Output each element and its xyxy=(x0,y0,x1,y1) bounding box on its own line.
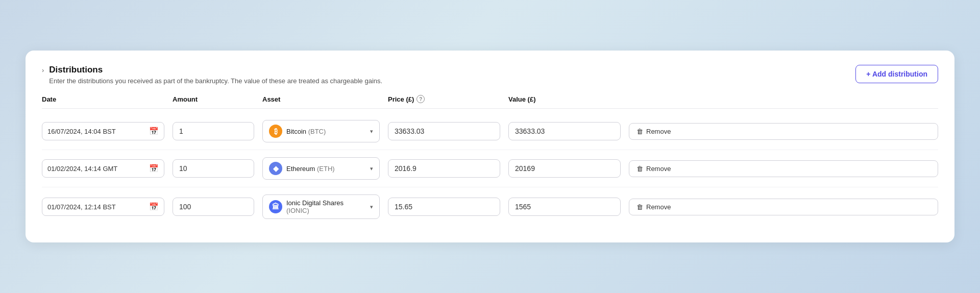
dropdown-chevron-1: ▾ xyxy=(370,165,373,172)
date-value-0: 16/07/2024, 14:04 BST xyxy=(47,128,146,135)
calendar-icon-1[interactable]: 📅 xyxy=(149,164,159,173)
add-distribution-button[interactable]: + Add distribution xyxy=(855,65,938,83)
asset-name-2: Ionic Digital Shares (IONIC) xyxy=(286,199,366,214)
amount-input-1[interactable] xyxy=(173,159,254,178)
header-row: › Distributions Enter the distributions … xyxy=(42,65,938,85)
asset-icon-0: ₿ xyxy=(269,125,282,138)
rows-container: 16/07/2024, 14:04 BST 📅 ₿ Bitcoin (BTC) … xyxy=(42,113,938,226)
asset-icon-2: 🏛 xyxy=(269,200,282,213)
value-input-1[interactable] xyxy=(508,159,621,178)
table-row: 01/02/2024, 14:14 GMT 📅 ◆ Ethereum (ETH)… xyxy=(42,150,938,187)
value-input-0[interactable] xyxy=(508,122,621,140)
col-amount: Amount xyxy=(173,95,254,103)
price-help-icon[interactable]: ? xyxy=(416,95,425,103)
trash-icon-0: 🗑 xyxy=(636,128,643,135)
table-row: 01/07/2024, 12:14 BST 📅 🏛 Ionic Digital … xyxy=(42,187,938,226)
calendar-icon-2[interactable]: 📅 xyxy=(149,202,159,211)
trash-icon-1: 🗑 xyxy=(636,165,643,173)
remove-label-1: Remove xyxy=(646,165,671,173)
col-price: Price (£) ? xyxy=(388,95,500,103)
col-value: Value (£) xyxy=(508,95,621,103)
date-field-2[interactable]: 01/07/2024, 12:14 BST 📅 xyxy=(42,198,164,216)
date-value-1: 01/02/2024, 14:14 GMT xyxy=(47,165,146,173)
section-description: Enter the distributions you received as … xyxy=(49,77,382,85)
dropdown-chevron-0: ▾ xyxy=(370,128,373,135)
table-row: 16/07/2024, 14:04 BST 📅 ₿ Bitcoin (BTC) … xyxy=(42,113,938,150)
collapse-chevron[interactable]: › xyxy=(42,66,44,74)
remove-label-0: Remove xyxy=(646,128,671,135)
remove-button-0[interactable]: 🗑 Remove xyxy=(629,123,938,140)
asset-name-0: Bitcoin (BTC) xyxy=(286,128,366,135)
dropdown-chevron-2: ▾ xyxy=(370,204,373,210)
header-text: Distributions Enter the distributions yo… xyxy=(49,65,382,85)
trash-icon-2: 🗑 xyxy=(636,203,643,211)
remove-button-1[interactable]: 🗑 Remove xyxy=(629,160,938,177)
asset-name-1: Ethereum (ETH) xyxy=(286,165,366,173)
asset-ticker: (ETH) xyxy=(317,165,335,173)
section-title: Distributions xyxy=(49,65,382,75)
asset-dropdown-0[interactable]: ₿ Bitcoin (BTC) ▾ xyxy=(262,120,380,142)
date-value-2: 01/07/2024, 12:14 BST xyxy=(47,203,146,211)
remove-button-2[interactable]: 🗑 Remove xyxy=(629,199,938,215)
amount-input-0[interactable] xyxy=(173,122,254,140)
price-input-0[interactable] xyxy=(388,122,500,140)
header-left: › Distributions Enter the distributions … xyxy=(42,65,382,85)
price-input-1[interactable] xyxy=(388,159,500,178)
date-field-1[interactable]: 01/02/2024, 14:14 GMT 📅 xyxy=(42,159,164,178)
remove-label-2: Remove xyxy=(646,203,671,211)
asset-ticker: (IONIC) xyxy=(286,207,309,214)
distributions-card: › Distributions Enter the distributions … xyxy=(26,51,954,242)
asset-dropdown-1[interactable]: ◆ Ethereum (ETH) ▾ xyxy=(262,157,380,180)
asset-name-text: Ionic Digital Shares xyxy=(286,199,344,207)
col-asset: Asset xyxy=(262,95,380,103)
date-field-0[interactable]: 16/07/2024, 14:04 BST 📅 xyxy=(42,122,164,140)
asset-ticker: (BTC) xyxy=(308,128,326,135)
asset-icon-1: ◆ xyxy=(269,162,282,175)
amount-input-2[interactable] xyxy=(173,198,254,216)
value-input-2[interactable] xyxy=(508,198,621,216)
calendar-icon-0[interactable]: 📅 xyxy=(149,127,159,136)
column-headers: Date Amount Asset Price (£) ? Value (£) xyxy=(42,95,938,109)
col-date: Date xyxy=(42,95,164,103)
price-input-2[interactable] xyxy=(388,198,500,216)
asset-dropdown-2[interactable]: 🏛 Ionic Digital Shares (IONIC) ▾ xyxy=(262,194,380,219)
